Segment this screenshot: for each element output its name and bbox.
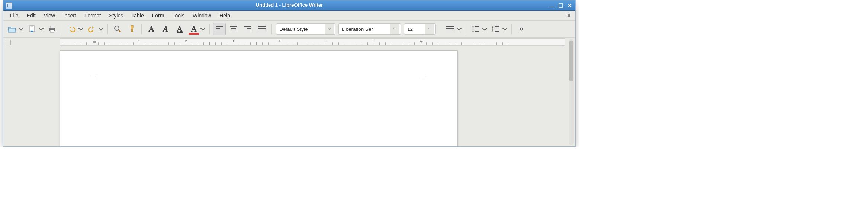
toolbar-overflow-button[interactable] <box>515 23 528 35</box>
ruler-number: 7 <box>419 39 421 43</box>
menu-window[interactable]: Window <box>189 12 215 20</box>
open-button[interactable] <box>6 23 24 35</box>
scrollbar-thumb[interactable] <box>569 41 573 81</box>
font-size-combo[interactable] <box>404 23 436 35</box>
font-name-dropdown[interactable] <box>390 24 399 34</box>
vertical-scrollbar[interactable] <box>569 39 574 145</box>
paragraph-style-combo[interactable] <box>276 23 335 35</box>
bullet-list-dropdown[interactable] <box>482 23 488 35</box>
menu-styles[interactable]: Styles <box>105 12 127 20</box>
align-right-icon <box>244 26 251 32</box>
magnifier-icon <box>113 25 122 33</box>
redo-icon[interactable] <box>86 23 98 35</box>
undo-icon[interactable] <box>65 23 78 35</box>
align-left-button[interactable] <box>213 23 226 35</box>
paintbrush-icon <box>128 25 136 33</box>
svg-point-9 <box>472 26 473 27</box>
open-dropdown[interactable] <box>18 23 24 35</box>
italic-icon: A <box>163 25 168 33</box>
ruler-number: 2 <box>185 39 187 43</box>
font-name-combo[interactable] <box>338 23 401 35</box>
close-button[interactable] <box>566 3 573 9</box>
clone-formatting-button[interactable] <box>125 23 138 35</box>
menu-edit[interactable]: Edit <box>23 12 39 20</box>
align-center-icon <box>230 26 237 32</box>
menu-format[interactable]: Format <box>81 12 105 20</box>
font-color-icon[interactable]: A <box>187 23 200 35</box>
application-window: Untitled 1 - LibreOffice Writer File Edi… <box>3 0 576 147</box>
document-area: 1234567 <box>3 38 575 146</box>
line-spacing-button[interactable] <box>444 23 462 35</box>
svg-rect-16 <box>495 26 499 27</box>
chevron-double-right-icon <box>519 26 524 32</box>
font-color-button[interactable]: A <box>187 23 206 35</box>
close-document-button[interactable] <box>566 12 572 19</box>
align-right-button[interactable] <box>241 23 254 35</box>
underline-button[interactable]: A <box>173 23 186 35</box>
svg-rect-18 <box>495 29 499 29</box>
save-dropdown[interactable] <box>38 23 44 35</box>
ruler-number: 3 <box>232 39 234 43</box>
menu-form[interactable]: Form <box>148 12 168 20</box>
window-title: Untitled 1 - LibreOffice Writer <box>3 2 575 8</box>
ruler-number: 5 <box>325 39 327 43</box>
align-left-icon <box>216 26 223 32</box>
svg-rect-0 <box>550 7 554 7</box>
margin-corner-top-right <box>422 76 426 80</box>
svg-point-13 <box>472 30 473 32</box>
numbered-list-dropdown[interactable] <box>502 23 508 35</box>
svg-rect-10 <box>475 26 479 27</box>
svg-rect-1 <box>559 4 563 7</box>
font-size-dropdown[interactable] <box>425 24 434 34</box>
menu-view[interactable]: View <box>40 12 59 20</box>
ruler-corner[interactable] <box>6 40 11 45</box>
bold-icon: A <box>148 25 154 33</box>
paragraph-style-dropdown[interactable] <box>325 24 334 34</box>
print-button[interactable] <box>46 23 58 35</box>
undo-button[interactable] <box>65 23 84 35</box>
save-button[interactable] <box>26 23 44 35</box>
numbered-list-icon[interactable]: 1 2 3 <box>489 23 502 35</box>
numbered-list-button[interactable]: 1 2 3 <box>489 23 508 35</box>
align-justify-button[interactable] <box>255 23 268 35</box>
folder-open-icon[interactable] <box>6 23 18 35</box>
maximize-button[interactable] <box>557 3 564 9</box>
font-size-input[interactable] <box>404 24 425 34</box>
align-center-button[interactable] <box>227 23 240 35</box>
line-spacing-icon[interactable] <box>444 23 456 35</box>
paragraph-style-input[interactable] <box>276 24 325 34</box>
svg-point-7 <box>115 26 119 30</box>
ruler-number: 1 <box>138 39 140 43</box>
bullet-list-button[interactable] <box>469 23 488 35</box>
align-justify-icon <box>258 26 266 32</box>
save-icon[interactable] <box>26 23 38 35</box>
svg-rect-14 <box>475 31 479 32</box>
italic-button[interactable]: A <box>159 23 172 35</box>
left-indent-marker[interactable] <box>92 41 97 45</box>
document-page[interactable] <box>60 50 458 146</box>
bold-button[interactable]: A <box>145 23 158 35</box>
menu-file[interactable]: File <box>6 12 22 20</box>
redo-button[interactable] <box>86 23 104 35</box>
font-color-dropdown[interactable] <box>200 23 206 35</box>
printer-icon <box>48 25 57 33</box>
minimize-button[interactable] <box>549 3 555 9</box>
line-spacing-dropdown[interactable] <box>456 23 462 35</box>
font-name-input[interactable] <box>339 24 390 34</box>
menu-insert[interactable]: Insert <box>60 12 80 20</box>
undo-dropdown[interactable] <box>78 23 84 35</box>
horizontal-ruler[interactable]: 1234567 <box>60 38 565 46</box>
svg-point-6 <box>54 29 55 29</box>
menu-help[interactable]: Help <box>216 12 234 20</box>
find-replace-button[interactable] <box>111 23 124 35</box>
titlebar: Untitled 1 - LibreOffice Writer <box>3 0 575 11</box>
menu-table[interactable]: Table <box>128 12 147 20</box>
svg-point-11 <box>472 28 473 29</box>
svg-rect-4 <box>50 26 54 28</box>
menu-tools[interactable]: Tools <box>168 12 188 20</box>
svg-text:3: 3 <box>492 30 494 32</box>
redo-dropdown[interactable] <box>98 23 104 35</box>
bullet-list-icon[interactable] <box>469 23 482 35</box>
underline-icon: A <box>177 25 183 33</box>
app-icon <box>6 2 12 9</box>
